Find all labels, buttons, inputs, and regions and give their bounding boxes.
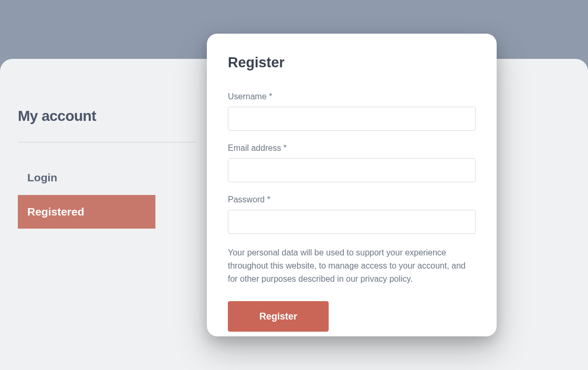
email-input[interactable] xyxy=(228,158,476,182)
privacy-text-1: Your personal data will be used to suppo… xyxy=(228,248,466,283)
tab-registered-label: Registered xyxy=(27,205,85,218)
password-group: Password * xyxy=(228,195,476,234)
divider xyxy=(18,142,196,142)
email-label: Email address * xyxy=(228,143,476,153)
privacy-text-2: . xyxy=(410,274,412,283)
password-input[interactable] xyxy=(228,210,476,234)
privacy-policy-link[interactable]: privacy policy xyxy=(361,274,411,283)
tab-login[interactable]: Login xyxy=(27,171,57,184)
username-group: Username * xyxy=(228,92,476,131)
username-input[interactable] xyxy=(228,107,476,131)
modal-title: Register xyxy=(228,55,476,71)
register-button[interactable]: Register xyxy=(228,301,329,332)
password-label: Password * xyxy=(228,195,476,204)
username-label: Username * xyxy=(228,92,476,101)
register-modal: Register Username * Email address * Pass… xyxy=(207,34,497,336)
email-group: Email address * xyxy=(228,143,476,182)
privacy-notice: Your personal data will be used to suppo… xyxy=(228,246,476,285)
tab-login-label: Login xyxy=(27,171,57,183)
tab-registered[interactable]: Registered xyxy=(18,195,155,229)
page-title: My account xyxy=(18,108,96,125)
